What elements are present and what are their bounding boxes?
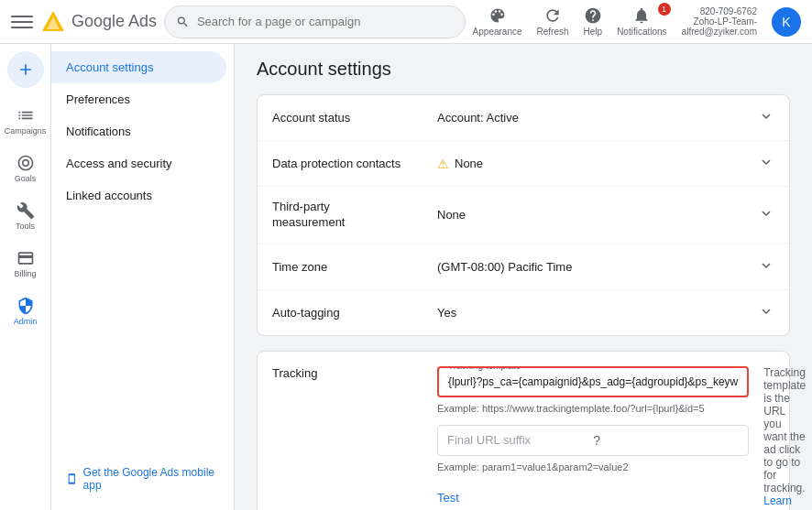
auto-tagging-row[interactable]: Auto-tagging Yes — [258, 290, 789, 335]
data-protection-label: Data protection contacts — [272, 157, 437, 170]
refresh-label: Refresh — [537, 27, 569, 37]
refresh-button[interactable]: Refresh — [537, 6, 569, 37]
campaigns-label: Campaigns — [5, 126, 47, 136]
account-number: 820-709-6762 — [700, 6, 757, 16]
auto-tagging-label: Auto-tagging — [272, 306, 437, 320]
appearance-label: Appearance — [473, 27, 522, 37]
third-party-label: Third-partymeasurement — [272, 200, 437, 231]
main-layout: Campaigns Goals Tools Billing Admin Acco… — [0, 44, 812, 510]
test-link[interactable]: Test — [437, 491, 459, 505]
tracking-section: Tracking Tracking template {lpurl}?ps_ca… — [257, 351, 790, 510]
url-suffix-example: Example: param1=value1&param2=value2 — [437, 461, 749, 472]
search-bar[interactable] — [164, 5, 466, 38]
timezone-value: (GMT-08:00) Pacific Time — [437, 260, 758, 274]
help-icon — [584, 6, 602, 25]
search-input[interactable] — [197, 15, 454, 28]
google-ads-logo-icon — [40, 9, 66, 35]
account-status-chevron-icon — [758, 108, 774, 127]
tracking-info-panel: Tracking template is the URL you want th… — [749, 366, 806, 510]
nav-linked-accounts[interactable]: Linked accounts — [51, 179, 226, 212]
billing-icon — [16, 249, 35, 267]
tracking-template-value: {lpurl}?ps_ca={campaignid}&ps_adg={adgro… — [448, 375, 738, 388]
goals-label: Goals — [15, 174, 37, 183]
sidebar-item-admin[interactable]: Admin — [4, 289, 48, 333]
main-content: Account settings Account status Account:… — [235, 44, 812, 510]
nav-account-settings[interactable]: Account settings — [51, 51, 226, 83]
tools-label: Tools — [16, 222, 35, 231]
notifications-icon — [632, 6, 651, 25]
template-example-text: Example: https://www.trackingtemplate.fo… — [437, 403, 749, 414]
third-party-row[interactable]: Third-partymeasurement None — [258, 187, 789, 244]
third-party-value: None — [437, 208, 758, 222]
nav-right-actions: Appearance Refresh Help 1 Notifications … — [473, 6, 801, 37]
nav-access-security[interactable]: Access and security — [51, 147, 226, 179]
mobile-icon — [66, 472, 78, 485]
appearance-icon — [488, 6, 507, 25]
account-email: alfred@zyiker.com — [682, 27, 757, 37]
auto-tagging-chevron-icon — [758, 303, 774, 322]
account-status-label: Account status — [272, 111, 437, 125]
billing-label: Billing — [14, 269, 36, 278]
third-party-chevron-icon — [758, 205, 774, 224]
template-field-label: Tracking template — [446, 366, 522, 371]
plus-icon — [16, 60, 35, 79]
refresh-icon — [543, 6, 562, 25]
mobile-app-label: Get the Google Ads mobile app — [83, 466, 220, 492]
icon-sidebar: Campaigns Goals Tools Billing Admin — [0, 44, 51, 510]
sidebar-item-tools[interactable]: Tools — [4, 194, 48, 238]
mobile-app-link[interactable]: Get the Google Ads mobile app — [51, 459, 235, 499]
account-status-value: Account: Active — [437, 111, 758, 125]
notifications-label: Notifications — [617, 27, 666, 37]
data-protection-value: ⚠ None — [437, 157, 758, 171]
appearance-button[interactable]: Appearance — [473, 6, 522, 37]
warning-icon: ⚠ — [437, 157, 449, 171]
help-button[interactable]: Help — [584, 6, 603, 37]
sidebar-item-goals[interactable]: Goals — [4, 146, 48, 190]
data-protection-row[interactable]: Data protection contacts ⚠ None — [258, 141, 789, 187]
hamburger-menu[interactable] — [11, 11, 33, 33]
auto-tagging-value: Yes — [437, 306, 758, 320]
tracking-body: Tracking template {lpurl}?ps_ca={campaig… — [437, 366, 749, 510]
url-suffix-placeholder: Final URL suffix — [447, 433, 593, 447]
tracking-header: Tracking Tracking template {lpurl}?ps_ca… — [258, 352, 789, 510]
data-protection-chevron-icon — [758, 154, 774, 173]
goals-icon — [16, 154, 35, 172]
tools-icon — [16, 201, 35, 220]
timezone-row[interactable]: Time zone (GMT-08:00) Pacific Time — [258, 244, 789, 290]
sidebar-item-billing[interactable]: Billing — [4, 242, 48, 286]
learn-more-link[interactable]: Learn more — [763, 494, 792, 510]
account-info: 820-709-6762 Zoho-LP-Team- alfred@zyiker… — [682, 6, 757, 37]
timezone-label: Time zone — [272, 260, 437, 274]
notification-badge: 1 — [658, 3, 671, 16]
url-suffix-help-icon[interactable]: ? — [593, 433, 739, 448]
help-label: Help — [584, 27, 603, 37]
tracking-section-label: Tracking — [272, 366, 437, 380]
sidebar-item-campaigns[interactable]: Campaigns — [4, 99, 48, 143]
nav-sidebar: Account settings Preferences Notificatio… — [51, 44, 235, 510]
admin-label: Admin — [14, 317, 38, 326]
account-status-row[interactable]: Account status Account: Active — [258, 95, 789, 141]
tracking-template-field[interactable]: Tracking template {lpurl}?ps_ca={campaig… — [437, 366, 749, 397]
template-field-wrapper: Tracking template {lpurl}?ps_ca={campaig… — [437, 366, 749, 397]
nav-notifications[interactable]: Notifications — [51, 115, 226, 147]
create-button[interactable] — [7, 51, 44, 88]
user-avatar[interactable]: K — [772, 7, 801, 37]
notifications-button[interactable]: 1 Notifications — [617, 6, 666, 37]
url-suffix-field[interactable]: Final URL suffix ? — [437, 425, 749, 456]
admin-icon — [16, 297, 35, 315]
campaigns-icon — [16, 106, 35, 125]
tracking-info-text: Tracking template is the URL you want th… — [763, 366, 806, 494]
timezone-chevron-icon — [758, 257, 774, 277]
settings-card: Account status Account: Active Data prot… — [257, 94, 790, 336]
nav-preferences[interactable]: Preferences — [51, 83, 226, 115]
account-name: Zoho-LP-Team- — [694, 16, 757, 27]
logo-area: Google Ads — [40, 9, 157, 35]
search-icon — [176, 15, 190, 29]
top-navigation: Google Ads Appearance Refresh Help 1 Not… — [0, 0, 812, 44]
page-title: Account settings — [257, 59, 790, 80]
app-title: Google Ads — [71, 12, 157, 31]
